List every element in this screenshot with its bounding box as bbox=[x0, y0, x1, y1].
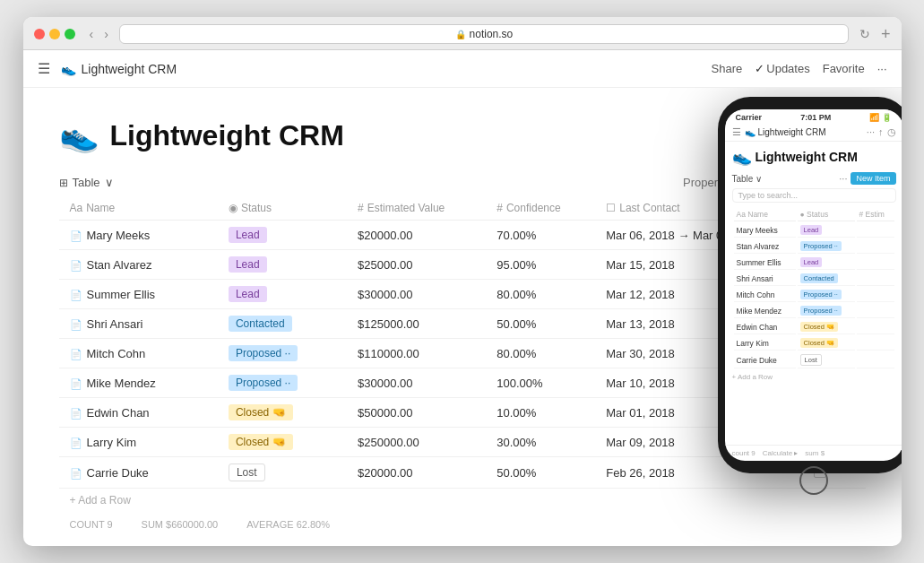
cell-confidence: 100.00% bbox=[486, 368, 595, 398]
mobile-status-badge: Lead bbox=[800, 225, 823, 235]
more-button[interactable]: ··· bbox=[877, 62, 887, 75]
cell-name: 📄Mike Mendez bbox=[59, 368, 218, 398]
mobile-col-name: Aa Name bbox=[734, 208, 796, 221]
mobile-nav-page-icon: 👟 bbox=[745, 127, 756, 137]
share-button[interactable]: Share bbox=[712, 62, 743, 75]
mobile-new-item-button[interactable]: New Item bbox=[851, 172, 895, 185]
mobile-cell-status: Proposed ·· bbox=[798, 239, 855, 254]
mobile-nav-page-title: Lightweight CRM bbox=[758, 127, 826, 137]
cell-name: 📄Edwin Chan bbox=[59, 398, 218, 428]
traffic-lights bbox=[34, 29, 75, 39]
close-button[interactable] bbox=[34, 29, 45, 39]
mobile-col-value: # Estim bbox=[857, 208, 894, 221]
mobile-cell-name: Shri Ansari bbox=[734, 272, 796, 286]
mobile-table-more[interactable]: ··· bbox=[839, 173, 847, 184]
mobile-cell-status: Closed 🤜 bbox=[798, 320, 855, 334]
mobile-status-badge: Proposed ·· bbox=[800, 290, 842, 299]
cell-status: Lead bbox=[218, 280, 347, 309]
fullscreen-button[interactable] bbox=[65, 29, 75, 39]
cell-confidence: 30.00% bbox=[486, 428, 595, 457]
mobile-more-button[interactable]: ··· bbox=[867, 126, 875, 138]
table-icon: ⊞ bbox=[59, 177, 68, 189]
mobile-cell-status: Closed 🤜 bbox=[798, 336, 855, 351]
cell-confidence: 10.00% bbox=[486, 398, 595, 428]
cell-confidence: 80.00% bbox=[486, 280, 595, 309]
menu-icon[interactable]: ☰ bbox=[38, 60, 50, 77]
mobile-table-row[interactable]: Mitch Cohn Proposed ·· bbox=[734, 288, 894, 302]
mobile-clock-icon[interactable]: ◷ bbox=[887, 126, 896, 138]
cell-confidence: 80.00% bbox=[486, 339, 595, 368]
mobile-table-row[interactable]: Summer Ellis Lead bbox=[734, 256, 894, 270]
notion-content: 👟 Lightweight CRM ⊞ Table ∨ Properties F… bbox=[23, 88, 902, 546]
col-header-confidence: #Confidence bbox=[486, 196, 595, 221]
page-title-nav: 👟 Lightweight CRM bbox=[61, 62, 177, 76]
cell-status: Lead bbox=[218, 250, 347, 280]
mobile-cell-name: Mary Meeks bbox=[734, 223, 796, 238]
mobile-search-input[interactable]: Type to search... bbox=[732, 188, 896, 203]
row-icon: 📄 bbox=[70, 468, 82, 479]
forward-button[interactable]: › bbox=[100, 25, 112, 43]
row-icon: 📄 bbox=[70, 319, 82, 330]
mobile-status-badge: Lead bbox=[800, 257, 823, 267]
mobile-table-row[interactable]: Carrie Duke Lost bbox=[734, 352, 894, 368]
notion-app: ☰ 👟 Lightweight CRM Share ✓ Updates Favo… bbox=[23, 50, 902, 546]
table-label[interactable]: ⊞ Table ∨ bbox=[59, 176, 114, 189]
mobile-table-row[interactable]: Mike Mendez Proposed ·· bbox=[734, 304, 894, 318]
mobile-col-status: ● Status bbox=[798, 208, 855, 221]
mobile-table-row[interactable]: Shri Ansari Contacted bbox=[734, 272, 894, 286]
cell-status: Contacted bbox=[218, 309, 347, 339]
col-header-status: ◉Status bbox=[218, 196, 347, 221]
cell-status: Proposed ·· bbox=[218, 368, 347, 398]
mobile-home-button[interactable] bbox=[799, 466, 828, 495]
mobile-content: 👟 Lightweight CRM Table ∨ ··· New Item T… bbox=[725, 142, 902, 445]
mobile-status-badge: Closed 🤜 bbox=[800, 322, 838, 332]
cell-status: Closed 🤜 bbox=[218, 398, 347, 428]
mobile-share-icon[interactable]: ↑ bbox=[878, 126, 884, 138]
row-icon: 📄 bbox=[70, 230, 82, 241]
mobile-add-row[interactable]: + Add a Row bbox=[732, 373, 896, 381]
col-header-name: AaName bbox=[59, 196, 218, 221]
cell-status: Lead bbox=[218, 221, 347, 250]
cell-value: $30000.00 bbox=[347, 280, 486, 309]
mobile-status-badge: Proposed ·· bbox=[800, 306, 842, 316]
mobile-table-row[interactable]: Edwin Chan Closed 🤜 bbox=[734, 320, 894, 334]
add-row-button[interactable]: + Add a Row bbox=[59, 489, 866, 512]
cell-confidence: 95.00% bbox=[486, 250, 595, 280]
minimize-button[interactable] bbox=[49, 29, 60, 39]
cell-status: Lost bbox=[218, 457, 347, 489]
mobile-footer-sum: sum $ bbox=[805, 449, 825, 457]
cell-confidence: 50.00% bbox=[486, 457, 595, 489]
mobile-cell-name: Mike Mendez bbox=[734, 304, 796, 318]
cell-confidence: 50.00% bbox=[486, 309, 595, 339]
nav-page-title: Lightweight CRM bbox=[82, 62, 177, 76]
mobile-nav: ☰ 👟 Lightweight CRM ··· ↑ ◷ bbox=[725, 124, 902, 142]
mobile-cell-status: Proposed ·· bbox=[798, 304, 855, 318]
mobile-signal: 📶 bbox=[869, 113, 879, 122]
reload-button[interactable]: ↻ bbox=[859, 27, 870, 41]
row-icon: 📄 bbox=[70, 437, 82, 448]
mobile-page-title: Lightweight CRM bbox=[756, 150, 858, 164]
mobile-table-row[interactable]: Larry Kim Closed 🤜 bbox=[734, 336, 894, 351]
mobile-table-label[interactable]: Table ∨ bbox=[732, 174, 763, 184]
cell-status: Proposed ·· bbox=[218, 339, 347, 368]
mobile-table-row[interactable]: Stan Alvarez Proposed ·· bbox=[734, 239, 894, 254]
mobile-footer-calculate[interactable]: Calculate ▸ bbox=[763, 449, 799, 457]
mobile-table-row[interactable]: Mary Meeks Lead bbox=[734, 223, 894, 238]
mobile-menu-icon[interactable]: ☰ bbox=[732, 126, 741, 138]
table-chevron: ∨ bbox=[105, 176, 114, 189]
mobile-cell-status: Lead bbox=[798, 256, 855, 270]
favorite-button[interactable]: Favorite bbox=[823, 62, 865, 75]
mobile-screen: Carrier 7:01 PM 📶 🔋 ☰ 👟 Lightweight CRM bbox=[725, 109, 902, 461]
updates-button[interactable]: ✓ Updates bbox=[755, 62, 809, 75]
mobile-crm-table: Aa Name ● Status # Estim Mary Meeks Lead… bbox=[732, 206, 896, 370]
new-tab-button[interactable]: + bbox=[881, 25, 891, 44]
mobile-page-header: 👟 Lightweight CRM bbox=[732, 147, 896, 167]
mobile-table-header: Aa Name ● Status # Estim bbox=[734, 208, 894, 221]
nav-buttons: ‹ › bbox=[86, 25, 112, 43]
cell-name: 📄Shri Ansari bbox=[59, 309, 218, 339]
cell-confidence: 70.00% bbox=[486, 221, 595, 250]
mobile-cell-value bbox=[857, 304, 894, 318]
status-badge: Closed 🤜 bbox=[229, 404, 293, 420]
address-bar[interactable]: 🔒 notion.so bbox=[119, 24, 849, 44]
back-button[interactable]: ‹ bbox=[86, 25, 98, 43]
